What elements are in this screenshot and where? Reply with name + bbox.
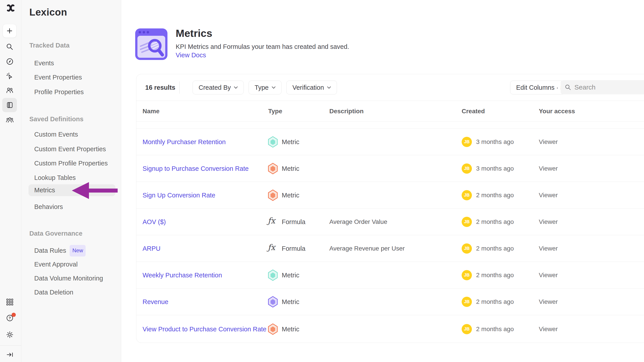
table-row: Weekly Purchase RetentionMetricJB2 month…: [136, 262, 644, 289]
icon-rail: ?: [0, 0, 21, 362]
search-icon[interactable]: [6, 43, 14, 51]
page-title: Metrics: [176, 27, 212, 39]
verification-filter-button[interactable]: Verification: [286, 81, 337, 94]
created-time: 2 months ago: [476, 298, 514, 305]
avatar[interactable]: JB: [462, 270, 472, 280]
sidebar-item-custom-profile-properties[interactable]: Custom Profile Properties: [34, 158, 108, 168]
type-filter-button[interactable]: Type: [248, 81, 282, 94]
avatar[interactable]: JB: [462, 243, 472, 254]
chevron-down-icon: [272, 86, 276, 89]
type-label: Metric: [282, 138, 299, 146]
metric-name-link[interactable]: Monthly Purchaser Retention: [142, 138, 267, 146]
avatar[interactable]: JB: [462, 297, 472, 307]
toolbar-divider: [180, 81, 180, 94]
sidebar-item-profile-properties[interactable]: Profile Properties: [34, 87, 84, 97]
metric-name-link[interactable]: Sign Up Conversion Rate: [142, 191, 267, 200]
apps-grid-icon[interactable]: [6, 298, 14, 306]
sidebar-title: Lexicon: [29, 7, 67, 18]
table-row: View Product to Purchase Conversion Rate…: [136, 315, 644, 343]
view-docs-link[interactable]: View Docs: [176, 51, 206, 59]
created-time: 3 months ago: [476, 138, 514, 146]
table-row: ARPUƒxFormulaAverage Revenue per UserJB2…: [136, 235, 644, 262]
sidebar-item-label: Data Rules: [34, 247, 66, 254]
avatar[interactable]: JB: [462, 217, 472, 227]
access-level: Viewer: [539, 165, 558, 172]
sidebar-item-event-properties[interactable]: Event Properties: [34, 72, 82, 82]
description-text: Average Order Value: [329, 218, 387, 225]
lexicon-book-icon[interactable]: [6, 101, 14, 109]
metric-name-link[interactable]: Revenue: [142, 297, 267, 306]
metric-hexagon-icon: [268, 163, 279, 174]
cohorts-icon[interactable]: [6, 116, 14, 124]
sidebar-item-event-approval[interactable]: Event Approval: [34, 259, 78, 269]
metric-name-link[interactable]: ARPU: [142, 244, 267, 253]
metrics-table-card: 16 results Created By Type Verification …: [136, 74, 644, 343]
created-time: 2 months ago: [476, 192, 514, 199]
formula-icon: ƒx: [268, 216, 279, 228]
column-header-created[interactable]: Created: [462, 101, 485, 122]
sidebar-item-behaviors[interactable]: Behaviors: [34, 202, 63, 212]
metric-name-link[interactable]: Weekly Purchase Retention: [142, 271, 267, 280]
type-label: Metric: [282, 298, 299, 305]
created-time: 2 months ago: [476, 245, 514, 252]
annotation-arrow: [72, 182, 118, 199]
search-icon: [564, 84, 571, 91]
access-level: Viewer: [539, 138, 558, 146]
access-level: Viewer: [539, 192, 558, 199]
sidebar-item-custom-event-properties[interactable]: Custom Event Properties: [34, 144, 106, 154]
events-cursor-icon[interactable]: [6, 72, 14, 80]
column-header-type[interactable]: Type: [268, 101, 282, 122]
column-header-your-access[interactable]: Your access: [539, 101, 575, 122]
metric-name-link[interactable]: Signup to Purchase Conversion Rate: [142, 164, 267, 173]
metric-name-link[interactable]: View Product to Purchase Conversion Rate: [142, 325, 267, 334]
metric-name-link[interactable]: AOV ($): [142, 217, 267, 226]
create-new-button[interactable]: [3, 24, 16, 38]
users-icon[interactable]: [6, 86, 14, 94]
sidebar-item-data-volume-monitoring[interactable]: Data Volume Monitoring: [34, 273, 103, 283]
avatar[interactable]: JB: [462, 164, 472, 174]
table-header: Name Type Description Created Your acces…: [136, 101, 644, 122]
notification-dot: [12, 313, 16, 317]
table-row-partial: [136, 122, 644, 129]
settings-gear-icon[interactable]: [6, 331, 14, 339]
sidebar-item-data-deletion[interactable]: Data Deletion: [34, 287, 74, 297]
avatar[interactable]: JB: [462, 324, 472, 334]
metric-hexagon-icon: [268, 189, 279, 201]
svg-text:?: ?: [9, 316, 11, 320]
search-box[interactable]: [560, 80, 644, 94]
access-level: Viewer: [539, 326, 558, 333]
search-input[interactable]: [574, 83, 644, 91]
sidebar-item-custom-events[interactable]: Custom Events: [34, 130, 78, 139]
table-toolbar: 16 results Created By Type Verification …: [136, 74, 644, 101]
access-level: Viewer: [539, 272, 558, 279]
access-level: Viewer: [539, 245, 558, 252]
boards-compass-icon[interactable]: [6, 57, 14, 65]
sidebar-item-data-rules[interactable]: Data RulesNew: [34, 245, 86, 255]
type-label: Metric: [282, 271, 299, 279]
sidebar-item-events[interactable]: Events: [34, 58, 54, 68]
column-header-name[interactable]: Name: [142, 101, 160, 122]
type-label: Formula: [282, 218, 305, 225]
avatar[interactable]: JB: [462, 190, 472, 200]
sidebar-item-lookup-tables[interactable]: Lookup Tables: [34, 173, 76, 182]
table-row: RevenueMetricJB2 months agoViewer: [136, 289, 644, 315]
table-row: Sign Up Conversion RateMetricJB2 months …: [136, 182, 644, 208]
collapse-sidebar-icon[interactable]: [6, 351, 14, 359]
access-level: Viewer: [539, 218, 558, 225]
created-time: 2 months ago: [476, 326, 514, 333]
section-tracked-data: Tracked Data: [29, 40, 70, 50]
access-level: Viewer: [539, 298, 558, 305]
metric-hexagon-icon: [268, 323, 279, 335]
created-by-filter-button[interactable]: Created By: [192, 81, 244, 94]
table-row: Monthly Purchaser RetentionMetricJB3 mon…: [136, 129, 644, 155]
rail-divider: [0, 345, 21, 346]
table-row: AOV ($)ƒxFormulaAverage Order ValueJB2 m…: [136, 208, 644, 235]
metric-hexagon-icon: [268, 296, 279, 308]
column-header-description[interactable]: Description: [329, 101, 364, 122]
mixpanel-logo-icon[interactable]: [6, 3, 14, 11]
formula-icon: ƒx: [268, 243, 279, 254]
metric-hexagon-icon: [268, 136, 279, 148]
section-saved-definitions: Saved Definitions: [29, 114, 84, 124]
avatar[interactable]: JB: [462, 137, 472, 147]
chevron-down-icon: [234, 86, 238, 89]
